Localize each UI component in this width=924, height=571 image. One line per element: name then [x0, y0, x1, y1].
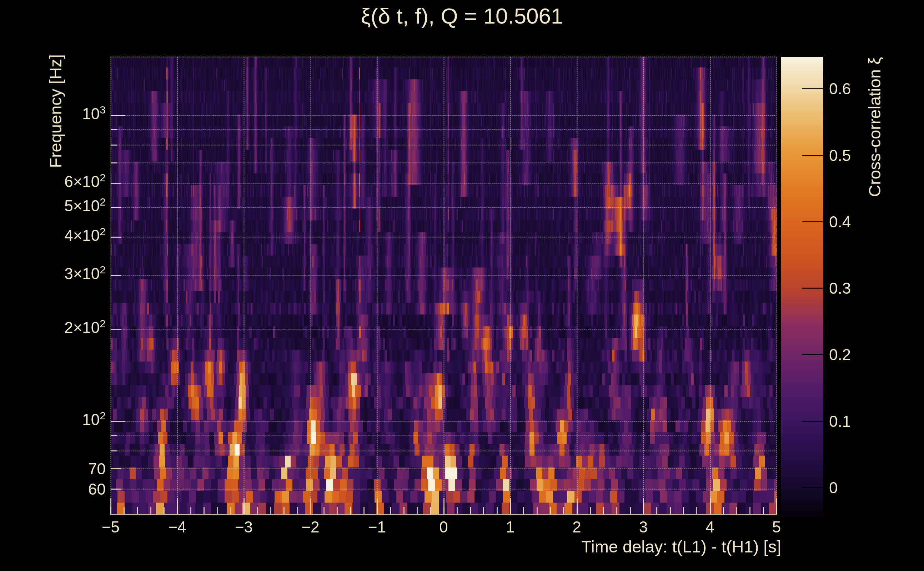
colorbar-tick-label-0.1: 0.1 [829, 414, 851, 429]
y-tick-label-400: 4×102 [16, 226, 106, 243]
y-tick-label-300: 3×102 [16, 264, 106, 282]
colorbar-tick-label-0.6: 0.6 [829, 81, 851, 97]
colorbar-tick-label-0.3: 0.3 [829, 281, 851, 296]
y-tick-label-1000: 103 [16, 105, 106, 122]
colorbar-tick-label-0.2: 0.2 [829, 347, 851, 363]
x-tick-label--5: −5 [82, 519, 139, 535]
colorbar-title: Cross-correlation ξ [866, 57, 883, 197]
y-tick-label-100: 102 [16, 411, 106, 427]
screenshot-root: ξ(δ t, f), Q = 10.5061 Frequency [Hz] Ti… [0, 0, 924, 571]
y-tick-label-500: 5×102 [16, 197, 106, 214]
x-tick-label--1: −1 [348, 519, 406, 535]
x-tick-label-0: 0 [415, 519, 472, 535]
y-tick-label-200: 2×102 [16, 318, 106, 335]
y-tick-label-70: 70 [16, 461, 106, 477]
x-tick-label-3: 3 [615, 519, 672, 535]
x-tick-label--4: −4 [149, 519, 206, 535]
x-tick-label-4: 4 [681, 519, 739, 535]
heatmap-canvas [0, 0, 924, 571]
x-tick-label-1: 1 [482, 519, 539, 535]
colorbar-tick-label-0.5: 0.5 [829, 148, 851, 164]
page-title: ξ(δ t, f), Q = 10.5061 [361, 5, 563, 27]
x-tick-label--3: −3 [215, 519, 272, 535]
colorbar-tick-label-0.4: 0.4 [829, 214, 851, 230]
x-tick-label--2: −2 [282, 519, 339, 535]
x-tick-label-5: 5 [748, 519, 805, 535]
y-tick-label-600: 6×102 [16, 172, 106, 190]
y-tick-label-60: 60 [16, 481, 106, 497]
colorbar-tick-label-0: 0 [829, 480, 837, 496]
x-axis-title: Time delay: t(L1) - t(H1) [s] [581, 538, 781, 555]
x-tick-label-2: 2 [549, 519, 606, 535]
